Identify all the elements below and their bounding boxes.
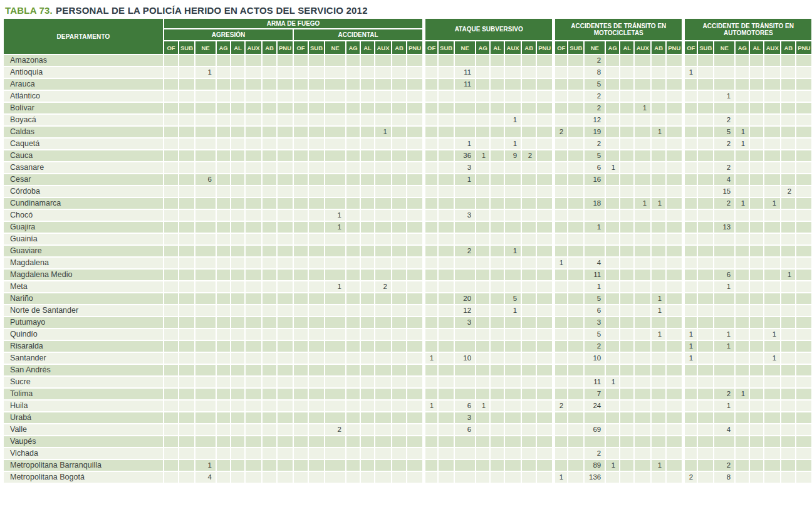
value-cell <box>455 91 475 102</box>
value-cell <box>667 329 682 340</box>
value-cell <box>294 246 308 256</box>
value-cell <box>491 448 504 459</box>
value-cell <box>522 79 536 90</box>
value-cell <box>278 365 293 375</box>
value-cell <box>476 222 489 233</box>
value-cell <box>195 305 216 316</box>
value-cell: 1 <box>736 389 749 399</box>
value-cell <box>652 79 665 90</box>
value-cell <box>375 67 391 78</box>
value-cell <box>217 79 230 90</box>
value-cell <box>179 436 194 447</box>
value-cell <box>635 436 650 447</box>
value-cell <box>375 424 391 435</box>
value-cell <box>346 353 360 364</box>
value-cell <box>736 436 749 447</box>
value-cell <box>407 448 422 459</box>
value-cell <box>667 150 682 161</box>
value-cell <box>325 341 345 352</box>
value-cell <box>361 377 374 387</box>
value-cell <box>522 329 536 340</box>
value-cell <box>606 365 619 375</box>
value-cell <box>164 448 178 459</box>
value-cell <box>652 139 665 149</box>
department-cell: Metropolitana Bogotá <box>4 472 163 483</box>
value-cell <box>217 222 230 233</box>
value-cell <box>606 329 619 340</box>
value-cell <box>375 317 391 328</box>
department-cell: Arauca <box>4 79 163 90</box>
value-cell <box>195 389 216 399</box>
value-cell <box>736 412 749 423</box>
value-cell <box>652 162 665 173</box>
value-cell <box>796 270 811 280</box>
department-cell: Córdoba <box>4 186 163 197</box>
value-cell <box>698 150 713 161</box>
value-cell <box>505 234 521 244</box>
value-cell <box>635 186 650 197</box>
value-cell <box>392 210 406 221</box>
value-cell <box>796 389 811 399</box>
value-cell <box>764 281 780 292</box>
value-cell <box>455 222 475 233</box>
value-cell <box>522 234 536 244</box>
value-cell <box>553 198 567 209</box>
department-cell: Vichada <box>4 448 163 459</box>
value-cell <box>164 305 178 316</box>
value-cell: 2 <box>585 448 605 459</box>
value-cell: 1 <box>325 281 345 292</box>
value-cell <box>217 67 230 78</box>
value-cell <box>346 389 360 399</box>
value-cell <box>522 436 536 447</box>
value-cell: 6 <box>585 305 605 316</box>
value-cell <box>424 258 437 268</box>
value-cell <box>179 258 194 268</box>
value-cell <box>683 365 697 375</box>
value-cell <box>325 162 345 173</box>
value-cell <box>620 365 633 375</box>
value-cell <box>424 389 437 399</box>
group-header-arma-de-fuego: ARMA DE FUEGO <box>164 19 422 28</box>
value-cell <box>537 258 552 268</box>
value-cell <box>667 305 682 316</box>
value-cell <box>164 103 178 113</box>
value-cell <box>568 329 583 340</box>
value-cell <box>407 67 422 78</box>
value-cell <box>164 186 178 197</box>
department-cell: Amazonas <box>4 55 163 66</box>
value-cell: 1 <box>714 329 734 340</box>
value-cell <box>764 270 780 280</box>
value-cell <box>667 246 682 256</box>
value-cell <box>698 389 713 399</box>
value-cell <box>537 436 552 447</box>
value-cell <box>764 67 780 78</box>
value-cell <box>217 55 230 66</box>
value-cell <box>455 198 475 209</box>
value-cell <box>455 281 475 292</box>
value-cell <box>750 210 763 221</box>
value-cell <box>278 353 293 364</box>
value-cell <box>491 460 504 471</box>
value-cell <box>553 365 567 375</box>
value-cell <box>424 127 437 137</box>
value-cell <box>392 424 406 435</box>
value-cell <box>217 341 230 352</box>
value-cell <box>652 103 665 113</box>
value-cell <box>195 127 216 137</box>
value-cell <box>325 246 345 256</box>
value-cell <box>606 317 619 328</box>
value-cell <box>568 91 583 102</box>
value-cell <box>231 55 244 66</box>
value-cell: 2 <box>553 127 567 137</box>
value-cell <box>750 222 763 233</box>
department-cell: Vaupés <box>4 436 163 447</box>
department-cell: Magdalena Medio <box>4 270 163 280</box>
value-cell <box>620 353 633 364</box>
value-cell <box>635 401 650 411</box>
department-cell: Guaviare <box>4 246 163 256</box>
value-cell <box>407 341 422 352</box>
value-cell <box>505 377 521 387</box>
value-cell <box>392 103 406 113</box>
group-header-transito-motocicletas: ACCIDENTES DE TRÁNSITO EN MOTOCICLETAS <box>553 19 682 40</box>
value-cell <box>620 305 633 316</box>
